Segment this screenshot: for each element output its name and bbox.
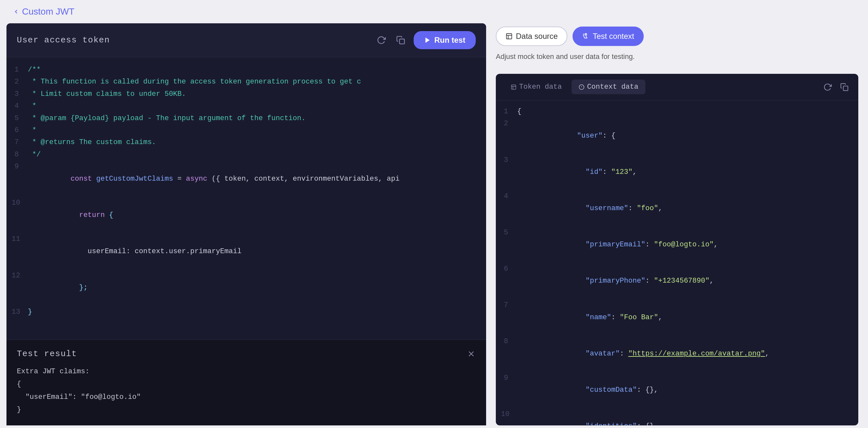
code-line: 3 * Limit custom claims to under 50KB. bbox=[6, 88, 486, 100]
test-result-header: Test result bbox=[17, 349, 476, 359]
svg-rect-4 bbox=[506, 34, 512, 39]
context-editor-actions bbox=[822, 81, 850, 93]
token-data-tab[interactable]: Token data bbox=[504, 80, 569, 94]
test-result-panel: Test result Extra JWT claims: { "userEma… bbox=[6, 340, 486, 425]
context-copy-button[interactable] bbox=[838, 81, 850, 93]
right-top: Data source Test context Adjust mock tok… bbox=[496, 23, 858, 74]
code-line: 10 return { bbox=[6, 197, 486, 233]
token-data-tab-label: Token data bbox=[519, 83, 562, 91]
tab-data-source[interactable]: Data source bbox=[496, 27, 567, 46]
right-description: Adjust mock token and user data for test… bbox=[496, 53, 858, 61]
close-test-result-button[interactable] bbox=[467, 349, 476, 358]
context-refresh-button[interactable] bbox=[822, 81, 834, 93]
svg-rect-9 bbox=[512, 85, 516, 89]
copy-icon bbox=[396, 36, 405, 45]
context-editor: Token data Context data bbox=[496, 74, 858, 425]
back-link-label: Custom JWT bbox=[22, 6, 74, 17]
tab-buttons: Data source Test context bbox=[496, 27, 858, 46]
json-line: 5 "primaryEmail": "foo@logto.io", bbox=[496, 226, 858, 263]
code-line: 1 /** bbox=[6, 64, 486, 76]
run-test-button[interactable]: Run test bbox=[413, 31, 476, 49]
json-line: 3 "id": "123", bbox=[496, 154, 858, 190]
tab-test-context-label: Test context bbox=[593, 32, 634, 41]
context-json: 1 { 2 "user": { 3 "id": "123", bbox=[496, 100, 858, 425]
test-result-content: Extra JWT claims: { "userEmail": "foo@lo… bbox=[17, 365, 476, 416]
chevron-left-icon bbox=[13, 8, 20, 15]
json-line: 1 { bbox=[496, 105, 858, 118]
context-data-tab-label: Context data bbox=[587, 83, 638, 91]
context-tabs: Token data Context data bbox=[504, 80, 645, 94]
close-icon bbox=[467, 349, 476, 358]
play-icon bbox=[424, 37, 431, 44]
code-line: 7 * @returns The custom claims. bbox=[6, 136, 486, 148]
flask-icon bbox=[582, 33, 589, 40]
right-panel: Data source Test context Adjust mock tok… bbox=[486, 23, 868, 425]
code-line: 5 * @param {Payload} payload - The input… bbox=[6, 112, 486, 124]
code-line: 2 * This function is called during the a… bbox=[6, 76, 486, 88]
context-data-tab[interactable]: Context data bbox=[571, 80, 645, 94]
context-copy-icon bbox=[840, 83, 848, 91]
svg-rect-15 bbox=[843, 86, 848, 90]
back-link[interactable]: Custom JWT bbox=[13, 6, 74, 17]
json-line: 8 "avatar": "https://example.com/avatar.… bbox=[496, 335, 858, 372]
json-line: 9 "customData": {}, bbox=[496, 372, 858, 408]
code-line: 12 }; bbox=[6, 270, 486, 306]
svg-rect-0 bbox=[400, 39, 405, 44]
svg-marker-1 bbox=[426, 37, 430, 43]
refresh-icon bbox=[377, 36, 386, 45]
code-line: 8 */ bbox=[6, 149, 486, 160]
code-line: 13 } bbox=[6, 306, 486, 318]
refresh-button[interactable] bbox=[375, 34, 388, 47]
editor-title: User access token bbox=[17, 35, 110, 45]
token-icon bbox=[511, 84, 517, 90]
json-line: 2 "user": { bbox=[496, 118, 858, 154]
copy-button[interactable] bbox=[394, 34, 407, 47]
code-line: 4 * bbox=[6, 100, 486, 112]
editor-actions: Run test bbox=[375, 31, 476, 49]
json-line: 6 "primaryPhone": "+1234567890", bbox=[496, 263, 858, 299]
code-content: 1 /** 2 * This function is called during… bbox=[6, 57, 486, 340]
json-line: 4 "username": "foo", bbox=[496, 190, 858, 226]
run-test-label: Run test bbox=[434, 36, 465, 45]
context-editor-header: Token data Context data bbox=[496, 74, 858, 100]
test-result-title: Test result bbox=[17, 349, 77, 359]
json-line: 10 "identities": {}, bbox=[496, 408, 858, 425]
tab-data-source-label: Data source bbox=[516, 32, 558, 41]
code-line: 11 userEmail: context.user.primaryEmail bbox=[6, 233, 486, 269]
context-refresh-icon bbox=[823, 83, 832, 91]
json-line: 7 "name": "Foo Bar", bbox=[496, 299, 858, 335]
editor-header: User access token bbox=[6, 23, 486, 57]
code-line: 6 * bbox=[6, 124, 486, 136]
code-editor-panel: User access token bbox=[6, 23, 486, 425]
context-icon bbox=[579, 84, 585, 90]
code-line: 9 const getCustomJwtClaims = async ({ to… bbox=[6, 160, 486, 197]
tab-test-context[interactable]: Test context bbox=[572, 27, 644, 46]
file-icon bbox=[505, 33, 513, 40]
